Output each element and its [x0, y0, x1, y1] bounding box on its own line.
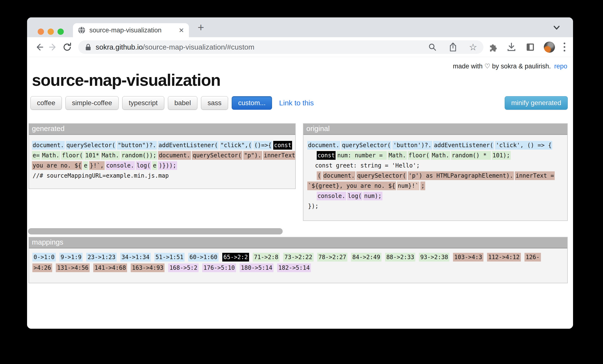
generated-code-area[interactable]: document.querySelector("button")?.addEve…: [29, 135, 295, 188]
selected-code-token[interactable]: const: [273, 141, 292, 150]
mapping-entry[interactable]: 131->4:56: [56, 263, 90, 272]
close-window-button[interactable]: [38, 29, 44, 35]
code-token[interactable]: 101*: [85, 151, 100, 160]
code-token[interactable]: num);: [363, 192, 382, 200]
share-icon[interactable]: [448, 42, 458, 52]
code-token[interactable]: innerText =: [515, 171, 555, 180]
bookmark-star-icon[interactable]: ☆: [469, 43, 477, 52]
download-icon[interactable]: [506, 42, 517, 52]
code-token[interactable]: log(: [347, 192, 363, 200]
code-token[interactable]: addEventListener(: [433, 141, 494, 150]
search-icon[interactable]: [428, 43, 437, 52]
link-to-this-link[interactable]: Link to this: [279, 99, 313, 107]
mapping-entry[interactable]: >4:26: [32, 263, 52, 272]
code-token[interactable]: random());: [121, 151, 157, 160]
example-button-sass[interactable]: sass: [201, 96, 228, 110]
mapping-entry[interactable]: 84->2:49: [351, 253, 382, 261]
code-token[interactable]: 101);: [492, 151, 511, 160]
mapping-entry[interactable]: 9->1:9: [59, 253, 83, 261]
code-token[interactable]: document.: [307, 141, 340, 150]
lock-icon[interactable]: [85, 43, 92, 51]
code-token[interactable]: floor(: [61, 151, 84, 160]
side-panel-icon[interactable]: [525, 42, 535, 52]
code-token[interactable]: ()=>{: [254, 141, 272, 150]
mapping-entry[interactable]: 112->4:12: [487, 253, 521, 261]
code-token[interactable]: ;: [420, 182, 425, 190]
mapping-entry[interactable]: 141->4:68: [93, 263, 127, 272]
example-button-typescript[interactable]: typescript: [122, 96, 164, 110]
code-token[interactable]: querySelector(: [356, 171, 406, 180]
code-token[interactable]: log(: [136, 161, 151, 170]
code-token[interactable]: 'button')?.: [392, 141, 432, 150]
code-token[interactable]: e=: [32, 151, 40, 160]
mapping-entry[interactable]: 88->2:33: [385, 253, 416, 261]
code-token[interactable]: random() *: [451, 151, 491, 160]
code-token[interactable]: e: [83, 161, 88, 170]
mapping-entry[interactable]: 126-: [524, 253, 541, 261]
code-token[interactable]: addEventListener(: [158, 141, 219, 150]
code-token[interactable]: e: [152, 161, 157, 170]
tab-close-icon[interactable]: ✕: [179, 27, 184, 34]
code-token[interactable]: document.: [32, 141, 65, 150]
code-token[interactable]: console.: [317, 192, 346, 200]
mapping-entry[interactable]: 168->5:2: [168, 263, 198, 272]
tabstrip-chevron-down-icon[interactable]: [552, 25, 561, 31]
mapping-entry[interactable]: 103->4:3: [453, 253, 483, 261]
zoom-window-button[interactable]: [58, 29, 64, 35]
horizontal-scrollbar-thumb[interactable]: [28, 228, 283, 235]
code-token[interactable]: }!`,: [89, 161, 104, 170]
minimize-window-button[interactable]: [47, 29, 54, 35]
mapping-entry[interactable]: 73->2:22: [283, 253, 313, 261]
code-token[interactable]: document.: [323, 171, 355, 180]
code-token[interactable]: num}!`: [397, 182, 419, 190]
new-tab-button[interactable]: +: [198, 22, 204, 33]
code-token[interactable]: )}));: [158, 161, 177, 170]
code-token[interactable]: Math.: [41, 151, 60, 160]
example-button-custom-active[interactable]: custom...: [232, 96, 272, 110]
code-token[interactable]: `${greet}, you are no. ${: [307, 182, 396, 190]
code-token[interactable]: document.: [158, 151, 191, 160]
code-token[interactable]: Math.: [388, 151, 406, 160]
mapping-entry[interactable]: 182->5:14: [277, 263, 311, 272]
example-button-babel[interactable]: babel: [168, 96, 198, 110]
forward-icon[interactable]: [47, 41, 59, 53]
reload-icon[interactable]: [61, 41, 73, 53]
mapping-entry[interactable]: 0->1:0: [32, 253, 56, 261]
address-bar[interactable]: sokra.github.io/source-map-visualization…: [78, 40, 483, 54]
mapping-entry[interactable]: 163->4:93: [131, 263, 164, 272]
profile-avatar[interactable]: [544, 42, 555, 53]
minify-generated-button[interactable]: minify generated: [505, 96, 568, 110]
url-text[interactable]: sokra.github.io/source-map-visualization…: [96, 43, 255, 51]
mapping-entry[interactable]: 60->1:60: [188, 253, 219, 261]
back-icon[interactable]: [33, 41, 45, 53]
mapping-entry[interactable]: 78->2:27: [317, 253, 348, 261]
code-token[interactable]: you are no. ${: [32, 161, 82, 170]
example-button-simple-coffee[interactable]: simple-coffee: [66, 96, 119, 110]
browser-tab[interactable]: source-map-visualization ✕: [73, 23, 189, 37]
mapping-entry[interactable]: 71->2:8: [253, 253, 279, 261]
mapping-entry[interactable]: 180->5:14: [240, 263, 273, 272]
code-token[interactable]: querySelector(: [66, 141, 116, 150]
code-token[interactable]: "p").: [243, 151, 262, 160]
extensions-puzzle-icon[interactable]: [487, 42, 498, 52]
mapping-entry[interactable]: 23->1:23: [86, 253, 117, 261]
example-button-coffee[interactable]: coffee: [30, 96, 62, 110]
code-token[interactable]: querySelector(: [341, 141, 391, 150]
code-token[interactable]: (: [317, 171, 322, 180]
code-token[interactable]: floor(: [408, 151, 430, 160]
mapping-entry[interactable]: 34->1:34: [120, 253, 151, 261]
code-token[interactable]: Math.: [101, 151, 120, 160]
mappings-list[interactable]: 0->1:09->1:923->1:2334->1:3451->1:5160->…: [29, 248, 567, 283]
code-token[interactable]: "click",(: [220, 141, 253, 150]
mapping-entry[interactable]: 93->2:38: [419, 253, 449, 261]
selected-mapping-entry[interactable]: 65->2:2: [222, 253, 249, 261]
repo-link[interactable]: repo: [554, 63, 567, 70]
code-token[interactable]: 'click', () => {: [495, 141, 552, 150]
code-token[interactable]: Math.: [431, 151, 450, 160]
code-token[interactable]: 'p') as HTMLParagraphElement).: [408, 171, 514, 180]
code-token[interactable]: querySelector(: [192, 151, 242, 160]
code-token[interactable]: "button")?.: [117, 141, 157, 150]
original-code-area[interactable]: document.querySelector('button')?.addEve…: [303, 135, 567, 220]
mapping-entry[interactable]: 176->5:10: [202, 263, 236, 272]
code-token[interactable]: innerText=: [263, 151, 295, 160]
